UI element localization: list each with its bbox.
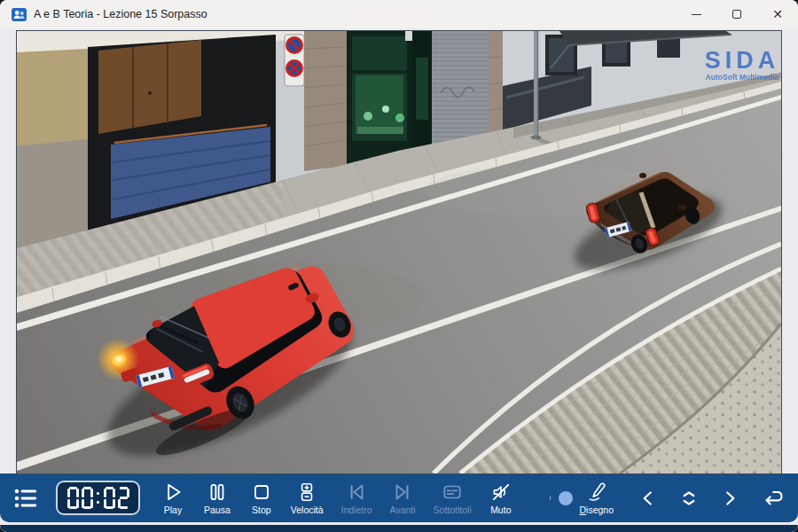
subtitles-icon [441,481,464,504]
video-area[interactable]: SIDA AutoSoft Multimedia [17,31,781,473]
video-scene: SIDA AutoSoft Multimedia [17,31,781,473]
minimize-button[interactable] [676,0,716,28]
playback-toolbar: Play Pausa Stop Velocità [0,473,798,522]
maximize-icon [732,10,741,19]
lesson-list-button[interactable] [11,484,41,512]
pause-button[interactable]: Pausa [204,481,231,515]
watermark: SIDA AutoSoft Multimedia [705,47,780,82]
return-button[interactable] [759,486,786,511]
stop-icon [250,481,273,504]
close-icon: ✕ [772,8,783,20]
pause-icon [206,481,229,504]
draw-button[interactable]: Disegno [579,481,614,515]
subtitles-button: Sottotitoli [434,481,472,515]
titlebar[interactable]: A e B Teoria - Lezione 15 Sorpasso ✕ [0,0,798,28]
subtitles-label: Sottotitoli [434,505,472,515]
app-window: A e B Teoria - Lezione 15 Sorpasso ✕ [0,0,798,532]
chevron-right-icon [718,486,741,511]
minimize-icon [692,14,701,15]
play-label: Play [164,505,182,515]
draw-label: Disegno [579,505,614,515]
nav-updown-button[interactable] [676,486,702,511]
next-button: Avanti [390,481,416,515]
watermark-subtitle: AutoSoft Multimedia [706,73,779,82]
window-title: A e B Teoria - Lezione 15 Sorpasso [34,8,207,20]
previous-button: Indietro [341,481,372,515]
maximize-button[interactable] [716,0,757,28]
pen-icon [584,481,609,504]
speed-label: Velocità [291,505,324,515]
watermark-title: SIDA [705,47,780,74]
play-button[interactable]: Play [161,481,184,515]
return-arrow-icon [759,486,786,511]
stop-button[interactable]: Stop [250,481,273,515]
timer-display [56,481,140,515]
chevron-left-icon [637,486,660,511]
close-button[interactable]: ✕ [757,0,798,28]
progress-slider[interactable] [550,486,552,511]
previous-icon [345,481,368,504]
chevrons-updown-icon [676,486,702,511]
play-icon [161,481,184,504]
next-icon [391,481,414,504]
mute-label: Muto [490,505,511,515]
app-icon [12,8,27,21]
speed-button[interactable]: Velocità [291,481,324,515]
no-parking-sign [285,35,304,86]
slider-handle[interactable] [559,491,573,505]
mute-icon [489,481,512,504]
nav-right-button[interactable] [718,486,741,511]
window-footer [0,525,798,532]
slider-track[interactable] [550,496,552,500]
pause-label: Pausa [204,505,231,515]
list-icon [11,484,41,512]
previous-label: Indietro [341,505,372,515]
nav-left-button[interactable] [637,486,660,511]
speed-icon [295,481,318,504]
content-area: SIDA AutoSoft Multimedia [0,28,798,473]
mute-button[interactable]: Muto [489,481,512,515]
next-label: Avanti [390,505,416,515]
stop-label: Stop [252,505,271,515]
